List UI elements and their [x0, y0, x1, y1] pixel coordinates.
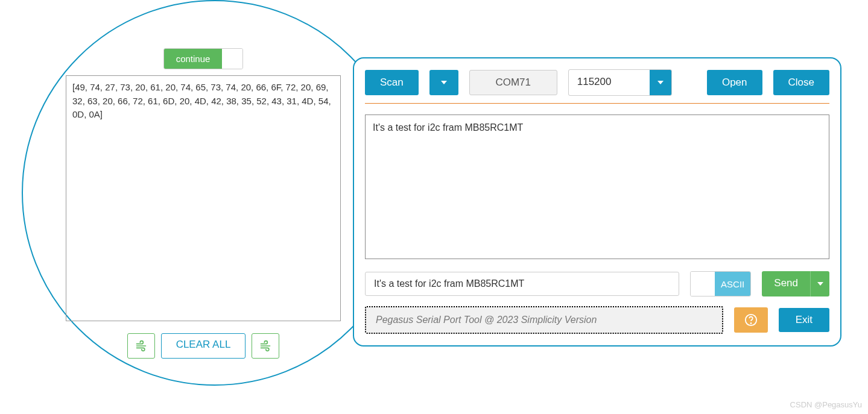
- port-dropdown-button[interactable]: [429, 70, 458, 95]
- continue-dropdown[interactable]: [222, 49, 242, 69]
- mode-label: ASCII: [715, 272, 750, 296]
- baud-select[interactable]: 115200: [568, 69, 672, 96]
- continue-button[interactable]: continue: [163, 48, 244, 69]
- baud-value: 115200: [569, 70, 650, 95]
- toolbar: Scan COM71 115200 Open Close: [365, 69, 829, 96]
- send-input[interactable]: It's a test for i2c fram MB85RC1MT: [365, 272, 679, 296]
- wind-left-icon[interactable]: [127, 333, 155, 359]
- close-button[interactable]: Close: [773, 70, 829, 95]
- scan-button[interactable]: Scan: [365, 70, 419, 95]
- send-dropdown-icon[interactable]: [810, 271, 829, 296]
- divider: [365, 103, 829, 104]
- mode-toggle[interactable]: ASCII: [690, 271, 751, 296]
- wind-right-icon[interactable]: [252, 333, 279, 359]
- help-button[interactable]: [734, 307, 768, 333]
- left-panel: continue [49, 74, 27, 73, 20, 61, 20, 74…: [66, 48, 341, 359]
- send-button[interactable]: Send: [762, 271, 829, 296]
- exit-button[interactable]: Exit: [779, 308, 829, 332]
- mode-toggle-blank: [691, 272, 715, 296]
- terminal-output: It's a test for i2c fram MB85RC1MT: [365, 114, 829, 259]
- clear-all-button[interactable]: CLEAR ALL: [161, 333, 246, 359]
- footer-row: Pegasus Serial Port Tool @ 2023 Simplici…: [365, 306, 829, 334]
- svg-point-1: [750, 323, 751, 324]
- right-panel: Scan COM71 115200 Open Close It's a test…: [353, 57, 841, 347]
- help-icon: [744, 313, 758, 327]
- hex-output-text: [49, 74, 27, 73, 20, 61, 20, 74, 65, 73,…: [72, 82, 331, 119]
- send-label: Send: [762, 271, 810, 296]
- bottom-buttons: CLEAR ALL: [66, 333, 341, 359]
- port-display: COM71: [469, 70, 557, 95]
- continue-label: continue: [164, 49, 223, 69]
- footer-text: Pegasus Serial Port Tool @ 2023 Simplici…: [365, 306, 723, 334]
- terminal-output-text: It's a test for i2c fram MB85RC1MT: [373, 122, 523, 133]
- hex-output: [49, 74, 27, 73, 20, 61, 20, 74, 65, 73,…: [66, 75, 341, 321]
- watermark: CSDN @PegasusYu: [790, 400, 862, 409]
- open-button[interactable]: Open: [707, 70, 762, 95]
- continue-row: continue: [66, 48, 341, 69]
- input-row: It's a test for i2c fram MB85RC1MT ASCII…: [365, 271, 829, 296]
- baud-dropdown-icon[interactable]: [650, 70, 671, 95]
